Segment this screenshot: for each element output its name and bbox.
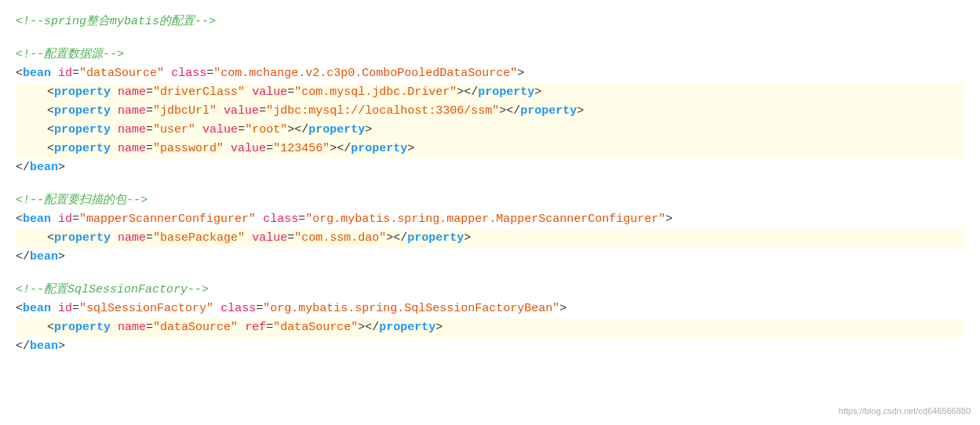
- code-line: </bean>: [16, 337, 964, 356]
- comment-token: <!--spring整合mybatis的配置-->: [16, 13, 216, 31]
- attr-token: value: [224, 102, 259, 121]
- bracket-token: >: [58, 158, 65, 177]
- tag-token: property: [407, 229, 464, 248]
- attr-token: value: [231, 140, 266, 158]
- attr-token: name: [118, 83, 146, 102]
- value-token: "org.mybatis.spring.mapper.MapperScanner…: [305, 210, 665, 229]
- bracket-token: >: [517, 64, 524, 83]
- attr-token: name: [118, 318, 146, 337]
- space-token: [51, 210, 58, 229]
- eq-token: =: [72, 210, 79, 229]
- space-token: [111, 229, 118, 248]
- tag-token: bean: [23, 300, 51, 318]
- eq-token: =: [146, 102, 153, 121]
- bracket-token: </: [393, 229, 407, 248]
- value-token: "user": [153, 121, 195, 140]
- attr-token: ref: [245, 318, 266, 337]
- eq-token: =: [238, 121, 245, 140]
- bracket-token: </: [16, 248, 30, 267]
- attr-token: id: [58, 210, 72, 229]
- bracket-token: >: [407, 140, 414, 158]
- bracket-token: </: [16, 158, 30, 177]
- tag-token: property: [478, 83, 534, 102]
- watermark: https://blog.csdn.net/cd646566880: [839, 405, 971, 419]
- attr-token: name: [118, 121, 146, 140]
- eq-token: =: [287, 229, 294, 248]
- eq-token: =: [72, 300, 79, 318]
- code-lines: <!--spring整合mybatis的配置--><!--配置数据源--><be…: [16, 13, 964, 356]
- bracket-token: >: [330, 140, 337, 158]
- tag-token: property: [520, 102, 577, 121]
- value-token: "com.ssm.dao": [294, 229, 386, 248]
- tag-token: property: [54, 83, 111, 102]
- code-container: <!--spring整合mybatis的配置--><!--配置数据源--><be…: [0, 0, 980, 425]
- bracket-token: </: [16, 337, 30, 356]
- code-line: <property name="jdbcUrl" value="jdbc:mys…: [16, 102, 964, 121]
- bracket-token: >: [499, 102, 506, 121]
- bracket-token: <: [16, 64, 23, 83]
- eq-token: =: [266, 140, 273, 158]
- bracket-token: </: [464, 83, 478, 102]
- bracket-token: <: [47, 83, 54, 102]
- space-token: [111, 102, 118, 121]
- tag-token: bean: [23, 64, 51, 83]
- code-line: <!--配置数据源-->: [16, 45, 964, 64]
- eq-token: =: [206, 64, 213, 83]
- tag-token: bean: [30, 337, 58, 356]
- bracket-token: >: [559, 300, 567, 318]
- code-line: <property name="driverClass" value="com.…: [16, 83, 964, 102]
- attr-token: class: [220, 300, 256, 318]
- space-token: [213, 300, 220, 318]
- code-line: <!--配置SqlSessionFactory-->: [16, 281, 964, 300]
- empty-line: [16, 177, 964, 191]
- space-token: [238, 318, 245, 337]
- value-token: "root": [245, 121, 287, 140]
- eq-token: =: [287, 83, 294, 102]
- space-token: [256, 210, 263, 229]
- bracket-token: >: [457, 83, 464, 102]
- eq-token: =: [72, 64, 79, 83]
- tag-token: property: [379, 318, 435, 337]
- attr-token: name: [118, 140, 146, 158]
- bracket-token: >: [365, 121, 372, 140]
- tag-token: bean: [30, 248, 58, 267]
- attr-token: value: [202, 121, 238, 140]
- bracket-token: >: [435, 318, 443, 337]
- bracket-token: >: [534, 83, 541, 102]
- code-line: </bean>: [16, 158, 964, 177]
- space-token: [164, 64, 171, 83]
- attr-token: id: [58, 300, 72, 318]
- space-token: [51, 64, 58, 83]
- value-token: "basePackage": [153, 229, 245, 248]
- value-token: "com.mysql.jdbc.Driver": [294, 83, 457, 102]
- comment-token: <!--配置数据源-->: [16, 45, 124, 64]
- bracket-token: <: [47, 121, 54, 140]
- space-token: [111, 121, 118, 140]
- code-line: <bean id="mapperScannerConfigurer" class…: [16, 210, 964, 229]
- value-token: "jdbc:mysql://localhost:3306/ssm": [266, 102, 499, 121]
- tag-token: property: [54, 121, 111, 140]
- code-line: <property name="password" value="123456"…: [16, 140, 964, 158]
- tag-token: property: [308, 121, 365, 140]
- eq-token: =: [146, 121, 153, 140]
- space-token: [245, 83, 252, 102]
- space-token: [245, 229, 252, 248]
- tag-token: property: [351, 140, 407, 158]
- comment-token: <!--配置要扫描的包-->: [16, 191, 148, 210]
- space-token: [195, 121, 202, 140]
- tag-token: property: [54, 140, 111, 158]
- bracket-token: <: [47, 102, 54, 121]
- tag-token: property: [54, 229, 111, 248]
- bracket-token: >: [287, 121, 294, 140]
- space-token: [217, 102, 224, 121]
- eq-token: =: [256, 300, 263, 318]
- bracket-token: >: [58, 248, 65, 267]
- eq-token: =: [298, 210, 305, 229]
- attr-token: value: [252, 229, 287, 248]
- space-token: [224, 140, 231, 158]
- space-token: [111, 318, 118, 337]
- space-token: [111, 140, 118, 158]
- bracket-token: <: [16, 210, 23, 229]
- attr-token: class: [171, 64, 206, 83]
- value-token: "123456": [273, 140, 330, 158]
